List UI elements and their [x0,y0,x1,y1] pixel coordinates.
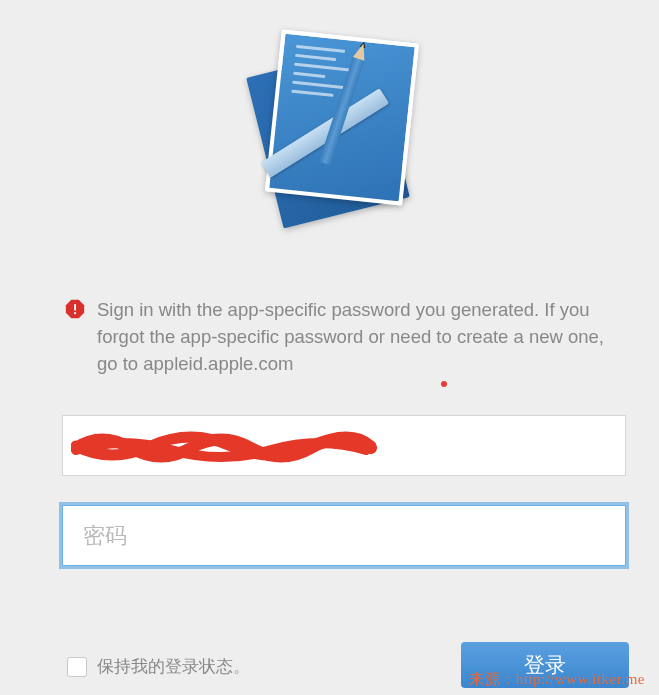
remember-me-checkbox[interactable]: 保持我的登录状态。 [67,655,250,678]
annotation-dot [441,381,447,387]
source-watermark: 来源：http://www.itker.me [469,670,645,689]
username-input[interactable] [81,432,607,460]
error-message-row: Sign in with the app-specific password y… [65,297,625,377]
login-page: Sign in with the app-specific password y… [0,0,659,695]
error-message-text: Sign in with the app-specific password y… [97,297,625,377]
password-input[interactable] [81,522,607,550]
username-field[interactable] [62,415,626,476]
svg-point-2 [74,312,76,314]
checkbox-box[interactable] [67,657,87,677]
password-field[interactable] [62,505,626,566]
app-logo [0,20,659,220]
svg-rect-1 [74,304,76,311]
remember-me-label: 保持我的登录状态。 [97,655,250,678]
alert-octagon-icon [65,299,85,319]
